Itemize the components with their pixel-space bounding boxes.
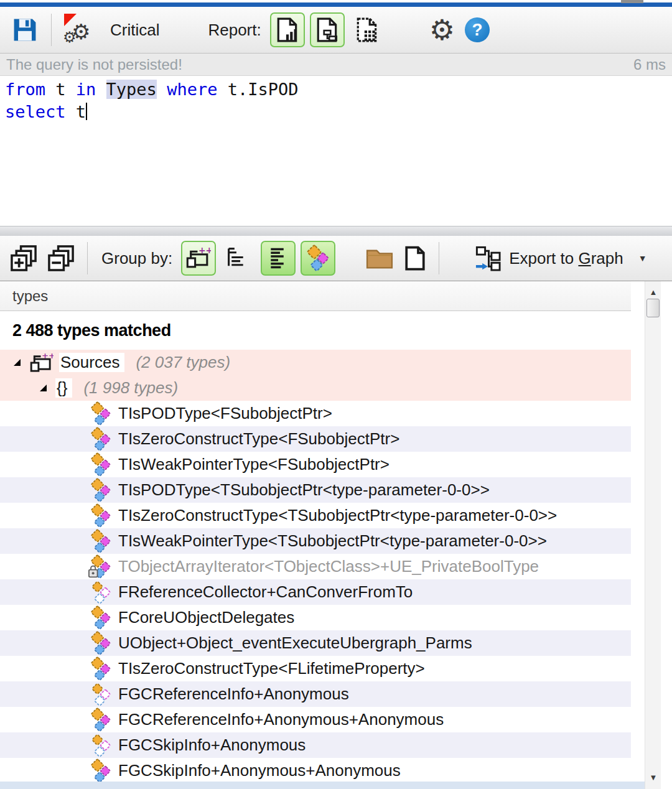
tree-row[interactable]: FGCSkipInfo+Anonymous [0, 732, 631, 758]
tree-row-label: TIsPODType<TSubobjectPtr<type-parameter-… [118, 480, 490, 500]
open-folder-button[interactable] [360, 244, 399, 273]
expanded-triangle-icon[interactable] [14, 359, 21, 366]
scroll-down-icon[interactable]: ▼ [645, 769, 661, 785]
struct-icon [88, 503, 113, 528]
settings-button[interactable]: ⚙ [424, 13, 460, 47]
gear-icon: ⚙ [429, 16, 455, 44]
query-duration: 6 ms [633, 56, 666, 73]
tree-row-label: TIsWeakPointerType<TSubobjectPtr<type-pa… [118, 531, 547, 551]
tree-row[interactable]: FGCSkipInfo+Anonymous+Anonymous [0, 758, 631, 782]
types-diamonds-icon [304, 245, 332, 272]
hierarchy-icon [226, 246, 251, 270]
group-by-list-button[interactable] [261, 241, 296, 276]
document-icon [404, 246, 426, 271]
code-token: select [5, 102, 66, 121]
folder-icon [365, 246, 394, 270]
group-by-namespaces-button[interactable]: ++ [181, 241, 216, 276]
results-column-header[interactable]: types [0, 281, 631, 311]
code-token: from [5, 80, 45, 99]
help-icon: ? [465, 17, 490, 42]
struct-icon [88, 656, 113, 681]
struct-outline-icon [88, 580, 113, 605]
tree-row[interactable]: TIsZeroConstructType<FSubobjectPtr> [0, 426, 631, 452]
code-line: select t [5, 101, 667, 123]
tree-row-label: FCoreUObjectDelegates [118, 608, 294, 627]
collapse-all-button[interactable] [42, 242, 80, 274]
scrollbar-thumb[interactable] [646, 299, 660, 317]
criticality-label: Critical [110, 21, 159, 40]
report-chart-button[interactable] [270, 12, 305, 47]
struct-private-icon [88, 554, 113, 579]
tree-row-label: UObject+Object_eventExecuteUbergraph_Par… [118, 633, 472, 653]
struct-outline-icon [88, 733, 113, 758]
struct-icon [88, 707, 113, 732]
export-to-graph-button[interactable]: Export to Graph ▼ [469, 243, 651, 274]
tree-row-count: (1 998 types) [83, 378, 178, 398]
code-token: t [45, 80, 76, 99]
tree-row[interactable]: FGCReferenceInfo+Anonymous+Anonymous [0, 707, 631, 732]
struct-icon [88, 452, 113, 477]
tree-row-label: TIsZeroConstructType<FSubobjectPtr> [118, 429, 399, 449]
tree-row[interactable]: FCoreUObjectDelegates [0, 605, 631, 630]
struct-icon [88, 759, 113, 782]
code-token [157, 80, 167, 99]
help-button[interactable]: ? [460, 15, 495, 45]
vertical-scrollbar[interactable]: ▲ ▼ [645, 281, 661, 789]
report-matrix-button[interactable] [350, 12, 385, 47]
group-by-label: Group by: [101, 249, 172, 268]
tree-row[interactable]: {}(1 998 types) [0, 375, 631, 401]
criticality-button[interactable]: ⚙ ⚙ Critical [59, 11, 170, 49]
save-button[interactable] [6, 14, 44, 46]
report-matrix-icon [355, 17, 379, 42]
report-graph-button[interactable] [310, 12, 345, 47]
tree-row-label: TIsZeroConstructType<FLifetimeProperty> [118, 659, 425, 678]
tree-row[interactable]: TIsPODType<FSubobjectPtr> [0, 401, 631, 426]
export-to-graph-label: Export to Graph [509, 249, 623, 268]
horizontal-scrollbar[interactable] [0, 782, 645, 789]
results-toolbar: Group by: ++ [0, 236, 672, 281]
struct-icon [88, 631, 113, 656]
tree-row-label: TIsPODType<FSubobjectPtr> [118, 404, 332, 423]
new-document-button[interactable] [399, 243, 431, 273]
splitter-handle[interactable] [0, 226, 672, 236]
group-by-hierarchy-button[interactable] [221, 241, 256, 276]
report-chart-icon [276, 17, 299, 42]
tree-row[interactable]: TIsWeakPointerType<FSubobjectPtr> [0, 452, 631, 477]
results-tree: ++Sources(2 037 types){}(1 998 types) TI… [0, 350, 631, 782]
report-graph-icon [315, 17, 339, 42]
struct-outline-icon [88, 682, 113, 707]
tree-row[interactable]: TIsPODType<TSubobjectPtr<type-parameter-… [0, 477, 631, 503]
critical-rules-icon: ⚙ ⚙ [64, 14, 96, 46]
tree-row[interactable]: UObject+Object_eventExecuteUbergraph_Par… [0, 630, 631, 656]
tree-row-label: {} [55, 378, 72, 398]
toolbar-separator [51, 14, 52, 46]
tree-row-label: FGCReferenceInfo+Anonymous [118, 684, 349, 704]
group-by-types-button[interactable] [301, 241, 335, 276]
chevron-down-icon: ▼ [638, 253, 647, 263]
list-icon [267, 246, 289, 270]
expand-all-icon [10, 245, 37, 272]
expand-all-button[interactable] [5, 242, 42, 274]
tree-row[interactable]: TIsWeakPointerType<TSubobjectPtr<type-pa… [0, 528, 631, 554]
tree-row-count: (2 037 types) [136, 353, 230, 372]
save-icon [11, 16, 39, 44]
code-token: t [66, 102, 86, 121]
query-toolbar: ⚙ ⚙ Critical Report: [0, 7, 672, 54]
code-token: Types [106, 80, 157, 99]
tree-row[interactable]: FGCReferenceInfo+Anonymous [0, 681, 631, 707]
tree-row[interactable]: ++Sources(2 037 types) [0, 350, 631, 375]
scroll-up-icon[interactable]: ▲ [645, 284, 661, 300]
tree-row[interactable]: TObjectArrayIterator<TObjectClass>+UE_Pr… [0, 554, 631, 579]
expanded-triangle-icon[interactable] [40, 385, 47, 391]
struct-icon [88, 427, 113, 452]
text-cursor [86, 103, 87, 120]
svg-text:++: ++ [198, 247, 211, 255]
code-token: where [167, 80, 217, 99]
query-editor[interactable]: from t in Types where t.IsPODselect t [0, 76, 672, 226]
results-panel: types 2 488 types matched ++Sources(2 03… [0, 281, 672, 789]
tree-row[interactable]: TIsZeroConstructType<TSubobjectPtr<type-… [0, 503, 631, 528]
column-header-label: types [12, 287, 48, 305]
tree-row[interactable]: FReferenceCollector+CanConverFromTo [0, 579, 631, 605]
tree-row[interactable]: TIsZeroConstructType<FLifetimeProperty> [0, 656, 631, 681]
struct-icon [88, 401, 113, 426]
